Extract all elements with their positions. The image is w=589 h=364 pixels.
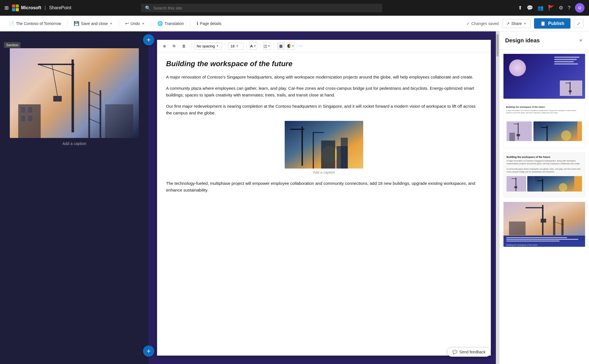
- copy-button[interactable]: ⧉: [170, 42, 178, 50]
- article-para1: A major renovation of Contoso's Singapor…: [166, 74, 482, 80]
- editor-toolbar-sep5: [274, 43, 274, 49]
- font-color-a: A: [250, 44, 253, 48]
- save-chevron: ▼: [110, 22, 113, 25]
- text-editor: ⊕ ⧉ 🗑 No spacing ▼ 18 ▼: [157, 40, 491, 356]
- inline-caption[interactable]: Add a caption: [166, 170, 482, 176]
- ms-logo-product: SharePoint: [49, 5, 71, 10]
- di3-content: Building the workspace of the future A m…: [504, 153, 585, 176]
- page-layout: Add a caption ⊕ ⧉ 🗑 No spacing: [0, 31, 499, 364]
- save-close-button[interactable]: 💾 Save and close ▼: [70, 19, 116, 28]
- di1-mini-image: [560, 80, 582, 96]
- di2-img1: [507, 121, 532, 141]
- left-image-container: [10, 48, 139, 138]
- color-circle-button[interactable]: ▼: [287, 42, 295, 50]
- canvas-scrollbar[interactable]: [496, 31, 499, 364]
- undo-icon: ↩: [125, 21, 129, 26]
- toolbar-left: 📄 The Contoso of Tomorrow 💾 Save and clo…: [6, 19, 466, 28]
- crane-image: [10, 48, 139, 138]
- send-feedback-button[interactable]: 💬 Send feedback: [447, 347, 491, 357]
- collapse-button[interactable]: ⤢: [574, 19, 583, 28]
- canvas-area: Section +: [0, 31, 499, 364]
- publish-button[interactable]: 📋 Publish: [534, 18, 570, 29]
- style-dropdown[interactable]: No spacing ▼: [194, 43, 222, 50]
- svg-rect-22: [313, 132, 314, 169]
- publish-icon: 📋: [540, 21, 546, 26]
- svg-rect-40: [547, 126, 548, 141]
- svg-rect-12: [100, 90, 101, 138]
- move-tool-button[interactable]: ⊕: [160, 43, 169, 50]
- avatar[interactable]: U: [575, 3, 585, 13]
- more-options-button[interactable]: ···: [296, 42, 305, 50]
- di2-images: [504, 119, 585, 144]
- share-button[interactable]: ↗ Share ▼: [502, 19, 531, 28]
- add-section-top-button[interactable]: +: [143, 34, 154, 45]
- svg-line-13: [88, 90, 101, 96]
- feedback-icon: 💬: [452, 350, 457, 354]
- search-box[interactable]: 🔍: [141, 4, 382, 12]
- svg-rect-24: [321, 140, 335, 169]
- font-color-button[interactable]: A ▼: [249, 42, 257, 50]
- design-idea-thumb-3: Building the workspace of the future A m…: [503, 153, 585, 197]
- article-para4: The technology-fueled, multiphase projec…: [166, 180, 482, 193]
- add-section-bottom-button[interactable]: +: [143, 345, 154, 357]
- settings-icon[interactable]: ⚙: [559, 5, 563, 11]
- design-idea-card-3[interactable]: Building the workspace of the future A m…: [503, 152, 586, 198]
- di4-text: [503, 236, 585, 244]
- top-navigation: ⊞ Microsoft | SharePoint 🔍 ⬆ 💬 👥 🚩 ⚙ ? U: [0, 0, 589, 16]
- translation-button[interactable]: 🌐 Translation: [154, 19, 187, 28]
- grid-icon[interactable]: ⊞: [4, 5, 9, 11]
- svg-rect-38: [538, 121, 578, 141]
- scrollbar-thumb[interactable]: [496, 34, 499, 57]
- svg-rect-29: [565, 83, 570, 83]
- design-idea-card-2[interactable]: Building the workspace of the future A m…: [503, 103, 586, 149]
- toolbar-sep-1: [67, 20, 68, 27]
- svg-rect-1: [38, 64, 74, 65]
- help-icon[interactable]: ?: [568, 5, 570, 11]
- delete-button[interactable]: 🗑: [180, 43, 188, 50]
- di1-circle: [509, 59, 526, 76]
- page-title-item[interactable]: 📄 The Contoso of Tomorrow: [6, 19, 65, 28]
- editor-content[interactable]: Building the workspace of the future A m…: [157, 52, 491, 356]
- article-body[interactable]: A major renovation of Contoso's Singapor…: [166, 74, 482, 193]
- svg-rect-23: [313, 132, 324, 133]
- left-panel: Add a caption: [0, 31, 149, 364]
- svg-line-15: [88, 118, 101, 124]
- design-idea-thumb-1: [503, 54, 585, 99]
- main-area: Section +: [0, 31, 589, 364]
- sidebar-close-button[interactable]: ×: [578, 36, 583, 45]
- editor-toolbar-sep3: [246, 43, 247, 49]
- svg-rect-10: [28, 116, 32, 121]
- share-chevron: ▼: [523, 22, 526, 25]
- upload-icon[interactable]: ⬆: [518, 5, 522, 11]
- page-details-button[interactable]: ℹ Page details: [193, 19, 225, 28]
- toolbar-sep-3: [151, 20, 151, 27]
- svg-rect-57: [553, 216, 555, 235]
- chat-icon[interactable]: 💬: [527, 5, 533, 11]
- design-idea-card-4[interactable]: Building the workspace of the future: [503, 201, 586, 247]
- search-input[interactable]: [153, 6, 378, 10]
- highlight-chevron: ▼: [268, 44, 271, 48]
- flag-icon[interactable]: 🚩: [548, 5, 554, 11]
- undo-button[interactable]: ↩ Undo ▼: [122, 19, 148, 28]
- left-image-caption[interactable]: Add a caption: [0, 141, 149, 146]
- nav-icons: ⬆ 💬 👥 🚩 ⚙ ? U: [518, 3, 585, 13]
- svg-rect-34: [514, 124, 519, 124]
- people-icon[interactable]: 👥: [537, 5, 544, 11]
- svg-point-39: [561, 130, 571, 140]
- inline-construction-image: [285, 121, 363, 169]
- inline-image-svg: [285, 121, 363, 169]
- toolbar-sep-2: [119, 20, 119, 27]
- svg-line-4: [52, 64, 57, 96]
- font-size-dropdown[interactable]: 18 ▼: [228, 43, 243, 50]
- di3-img2-svg: [527, 176, 582, 192]
- section-label: Section: [4, 42, 20, 48]
- bold-button[interactable]: B: [277, 42, 285, 50]
- highlight-button[interactable]: ◫ ▼: [263, 42, 271, 50]
- svg-rect-41: [541, 127, 548, 128]
- page-title-label: The Contoso of Tomorrow: [16, 21, 61, 26]
- di2-img2-svg: [533, 121, 582, 141]
- ms-logo[interactable]: Microsoft | SharePoint: [12, 4, 71, 11]
- svg-rect-8: [28, 107, 32, 113]
- design-idea-card-1[interactable]: [503, 53, 586, 99]
- di2-img2: [533, 121, 582, 141]
